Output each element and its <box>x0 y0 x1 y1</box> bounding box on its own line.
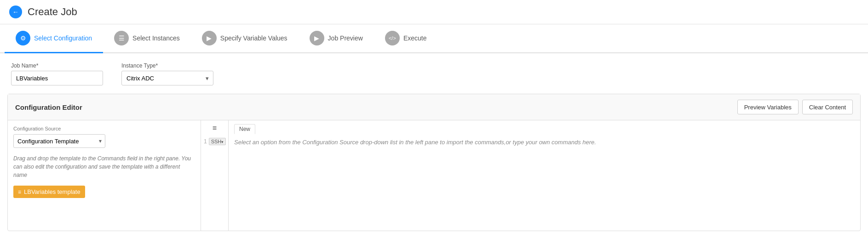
ssh-badge[interactable]: SSH <box>209 138 226 145</box>
right-pane: New Select an option from the Configurat… <box>229 120 860 231</box>
config-editor-header: Configuration Editor Preview Variables C… <box>8 94 860 120</box>
instance-type-select[interactable]: Citrix ADC NetScaler Other <box>121 71 213 85</box>
config-editor-title: Configuration Editor <box>15 103 82 111</box>
instance-type-label: Instance Type* <box>121 62 213 69</box>
job-preview-icon: ▶ <box>310 31 324 45</box>
job-name-label: Job Name* <box>11 62 103 69</box>
config-source-select-wrapper: Configuration Template Custom File <box>13 134 105 148</box>
line-number-row: 1 SSH <box>201 137 228 146</box>
tab-select-instances[interactable]: ☰ Select Instances <box>103 24 191 53</box>
template-item-icon: ≡ <box>18 189 21 195</box>
preview-variables-button[interactable]: Preview Variables <box>737 100 799 114</box>
line-number: 1 <box>204 138 207 145</box>
right-pane-tabs: New <box>234 124 855 134</box>
drag-hint: Drag and drop the template to the Comman… <box>13 154 195 179</box>
tab-select-configuration[interactable]: ⚙ Select Configuration <box>5 24 103 53</box>
editor-hint: Select an option from the Configuration … <box>234 138 855 147</box>
template-item-label: LBVariables template <box>24 188 80 195</box>
page-title: Create Job <box>28 6 77 18</box>
clear-content-button[interactable]: Clear Content <box>802 100 853 114</box>
job-name-input[interactable] <box>11 71 103 85</box>
select-instances-icon: ☰ <box>114 31 129 45</box>
tab-job-preview[interactable]: ▶ Job Preview <box>299 24 374 53</box>
job-name-group: Job Name* <box>11 62 103 85</box>
tab-select-instances-label: Select Instances <box>132 34 180 42</box>
form-area: Job Name* Instance Type* Citrix ADC NetS… <box>0 53 868 90</box>
left-pane: Configuration Source Configuration Templ… <box>8 120 201 231</box>
instance-type-group: Instance Type* Citrix ADC NetScaler Othe… <box>121 62 213 85</box>
select-config-icon: ⚙ <box>16 31 30 45</box>
execute-icon: </> <box>385 31 400 45</box>
config-editor: Configuration Editor Preview Variables C… <box>7 94 861 231</box>
middle-pane: ≡ 1 SSH <box>201 120 229 231</box>
back-button[interactable]: ← <box>9 6 22 18</box>
config-editor-body: Configuration Source Configuration Templ… <box>8 120 860 231</box>
wizard-tabs: ⚙ Select Configuration ☰ Select Instance… <box>0 24 868 53</box>
instance-type-select-wrapper: Citrix ADC NetScaler Other <box>121 71 213 85</box>
tab-specify-variables[interactable]: ▶ Specify Variable Values <box>191 24 299 53</box>
config-source-select[interactable]: Configuration Template Custom File <box>13 134 105 148</box>
tab-select-configuration-label: Select Configuration <box>34 34 92 42</box>
tab-execute-label: Execute <box>403 34 427 42</box>
template-item[interactable]: ≡ LBVariables template <box>13 186 85 198</box>
tab-specify-variables-label: Specify Variable Values <box>220 34 287 42</box>
config-source-label: Configuration Source <box>13 126 195 131</box>
tab-job-preview-label: Job Preview <box>328 34 363 42</box>
form-row: Job Name* Instance Type* Citrix ADC NetS… <box>11 62 857 85</box>
page: ← Create Job ⚙ Select Configuration ☰ Se… <box>0 0 868 249</box>
specify-vars-icon: ▶ <box>202 31 217 45</box>
page-header: ← Create Job <box>0 0 868 24</box>
editor-btn-group: Preview Variables Clear Content <box>737 100 853 114</box>
right-tab-new[interactable]: New <box>234 124 255 134</box>
hamburger-icon[interactable]: ≡ <box>213 124 217 132</box>
tab-execute[interactable]: </> Execute <box>374 24 438 53</box>
